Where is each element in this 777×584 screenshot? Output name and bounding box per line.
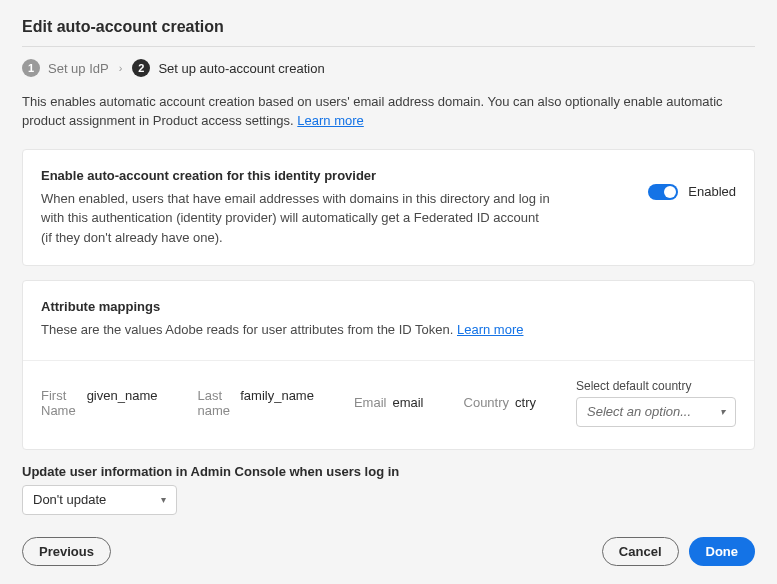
intro-text: This enables automatic account creation …	[22, 94, 723, 128]
country-select[interactable]: Select an option... ▾	[576, 397, 736, 427]
previous-button[interactable]: Previous	[22, 537, 111, 566]
footer: Previous Cancel Done	[22, 537, 755, 566]
enable-title: Enable auto-account creation for this id…	[41, 168, 551, 183]
chevron-down-icon: ▾	[720, 406, 725, 417]
attr-email: Email email	[354, 395, 424, 410]
step-label-1: Set up IdP	[48, 61, 109, 76]
attr-country-label: Country	[464, 395, 510, 410]
update-title: Update user information in Admin Console…	[22, 464, 755, 479]
intro-text-block: This enables automatic account creation …	[22, 93, 755, 131]
attr-first-name-label: First Name	[41, 388, 81, 418]
edit-auto-account-dialog: Edit auto-account creation 1 Set up IdP …	[0, 0, 777, 584]
update-select[interactable]: Don't update ▾	[22, 485, 177, 515]
step-label-2: Set up auto-account creation	[158, 61, 324, 76]
cancel-button[interactable]: Cancel	[602, 537, 679, 566]
update-user-info-block: Update user information in Admin Console…	[22, 464, 755, 515]
country-select-value: Select an option...	[587, 404, 691, 419]
done-button[interactable]: Done	[689, 537, 756, 566]
default-country-col: Select default country Select an option.…	[576, 379, 736, 427]
enable-card: Enable auto-account creation for this id…	[22, 149, 755, 267]
attr-row: First Name given_name Last name family_n…	[23, 360, 754, 431]
chevron-down-icon: ▾	[161, 494, 166, 505]
chevron-right-icon: ›	[119, 62, 123, 74]
attr-last-name-value: family_name	[240, 388, 314, 418]
step-setup-auto-account: 2 Set up auto-account creation	[132, 59, 324, 77]
stepper: 1 Set up IdP › 2 Set up auto-account cre…	[22, 59, 755, 77]
attr-title: Attribute mappings	[41, 299, 736, 314]
toggle-knob-icon	[664, 186, 676, 198]
attr-email-value: email	[392, 395, 423, 410]
step-number-2: 2	[132, 59, 150, 77]
attr-country: Country ctry	[464, 395, 536, 410]
attr-learn-more-link[interactable]: Learn more	[457, 322, 523, 337]
enable-toggle[interactable]	[648, 184, 678, 200]
attr-body: These are the values Adobe reads for use…	[41, 322, 457, 337]
step-setup-idp[interactable]: 1 Set up IdP	[22, 59, 109, 77]
attr-first-name: First Name given_name	[41, 388, 157, 418]
page-title: Edit auto-account creation	[22, 18, 755, 47]
attr-email-label: Email	[354, 395, 387, 410]
enable-toggle-label: Enabled	[688, 184, 736, 199]
learn-more-link[interactable]: Learn more	[297, 113, 363, 128]
step-number-1: 1	[22, 59, 40, 77]
attr-first-name-value: given_name	[87, 388, 158, 418]
attr-last-name: Last name family_name	[197, 388, 313, 418]
enable-toggle-group: Enabled	[648, 184, 736, 200]
update-select-value: Don't update	[33, 492, 106, 507]
attr-country-value: ctry	[515, 395, 536, 410]
attr-body-block: These are the values Adobe reads for use…	[41, 320, 736, 340]
attr-last-name-label: Last name	[197, 388, 234, 418]
enable-body: When enabled, users that have email addr…	[41, 189, 551, 248]
attribute-mappings-card: Attribute mappings These are the values …	[22, 280, 755, 450]
country-select-label: Select default country	[576, 379, 736, 393]
